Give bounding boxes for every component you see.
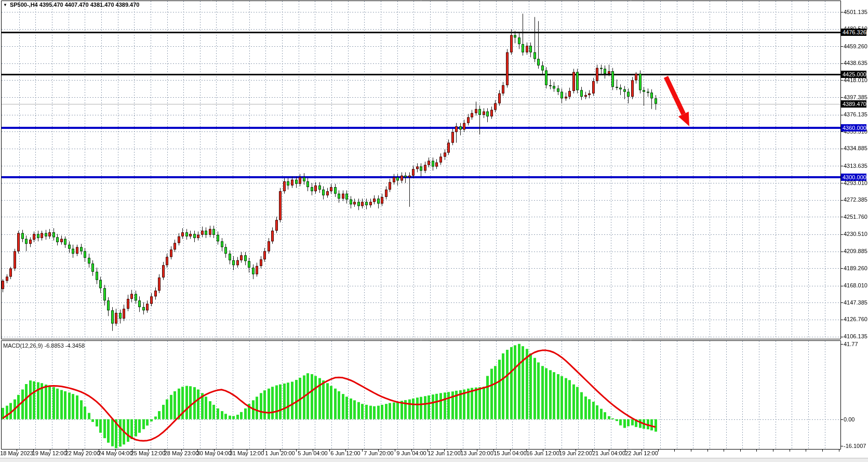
time-tick-label: 15 Jun 04:00 — [493, 450, 527, 456]
chart-title: ▼ SP500-,H4 4395.470 4407.470 4381.470 4… — [3, 2, 139, 8]
chart-dropdown-icon[interactable]: ▼ — [3, 3, 7, 7]
time-tick-label: 5 Jun 04:00 — [298, 450, 328, 456]
price-tick-label: 4126.760 — [844, 316, 867, 323]
chart-canvas[interactable] — [0, 0, 868, 462]
price-level-badge: 4476.326 — [841, 29, 866, 36]
macd-tick-label: 0.00 — [844, 416, 854, 423]
window-bottom-strip — [0, 458, 868, 462]
macd-tick-label: -16.1007 — [844, 443, 866, 450]
price-tick-label: 4147.385 — [844, 299, 867, 306]
time-tick-label: 13 Jun 20:00 — [460, 450, 493, 456]
time-tick-label: 19 May 12:00 — [32, 450, 67, 456]
price-level-badge: 4425.000 — [841, 71, 866, 78]
time-tick-label: 18 May 2023 — [0, 450, 33, 456]
price-level-badge: 4360.000 — [841, 124, 866, 131]
time-tick-label: 16 Jun 12:00 — [526, 450, 559, 456]
price-tick-label: 4501.135 — [844, 9, 867, 16]
price-tick-label: 4459.260 — [844, 43, 867, 50]
price-level-badge: 4300.000 — [841, 174, 866, 181]
time-tick-label: 24 May 04:00 — [98, 450, 133, 456]
price-tick-label: 4209.885 — [844, 248, 867, 255]
time-tick-label: 28 May 23:00 — [164, 450, 199, 456]
price-tick-label: 4168.010 — [844, 282, 867, 289]
price-tick-label: 4376.135 — [844, 111, 867, 118]
time-tick-label: 19 Jun 22:00 — [559, 450, 592, 456]
price-tick-label: 4272.385 — [844, 196, 867, 203]
time-tick-label: 21 Jun 04:00 — [592, 450, 625, 456]
time-tick-label: 12 Jun 12:00 — [428, 450, 461, 456]
price-tick-label: 4106.135 — [844, 333, 867, 340]
macd-tick-label: 41.77 — [844, 341, 858, 348]
time-tick-label: 31 May 12:00 — [230, 450, 264, 456]
macd-indicator-label: MACD(12,26,9) -6.8853 -4.3458 — [3, 342, 85, 349]
time-tick-label: 22 Jun 12:00 — [625, 450, 658, 456]
time-tick-label: 22 May 20:00 — [65, 450, 100, 456]
price-level-badge: 4389.470 — [841, 100, 866, 108]
mt4-chart-window: ▼ SP500-,H4 4395.470 4407.470 4381.470 4… — [0, 0, 868, 462]
time-tick-label: 9 Jun 04:00 — [396, 450, 426, 456]
time-tick-label: 25 May 12:00 — [131, 450, 166, 456]
price-tick-label: 4230.510 — [844, 231, 867, 237]
symbol-ohlc-label: SP500-,H4 4395.470 4407.470 4381.470 438… — [10, 2, 140, 8]
price-tick-label: 4251.760 — [844, 214, 867, 220]
price-tick-label: 4438.635 — [844, 60, 867, 67]
price-tick-label: 4189.260 — [844, 265, 867, 272]
price-tick-label: 4334.885 — [844, 145, 867, 152]
time-tick-label: 30 May 04:00 — [197, 450, 232, 456]
time-tick-label: 6 Jun 12:00 — [330, 450, 360, 456]
time-tick-label: 1 Jun 20:00 — [265, 450, 295, 456]
price-tick-label: 4313.635 — [844, 163, 867, 169]
time-tick-label: 7 Jun 20:00 — [364, 450, 394, 456]
